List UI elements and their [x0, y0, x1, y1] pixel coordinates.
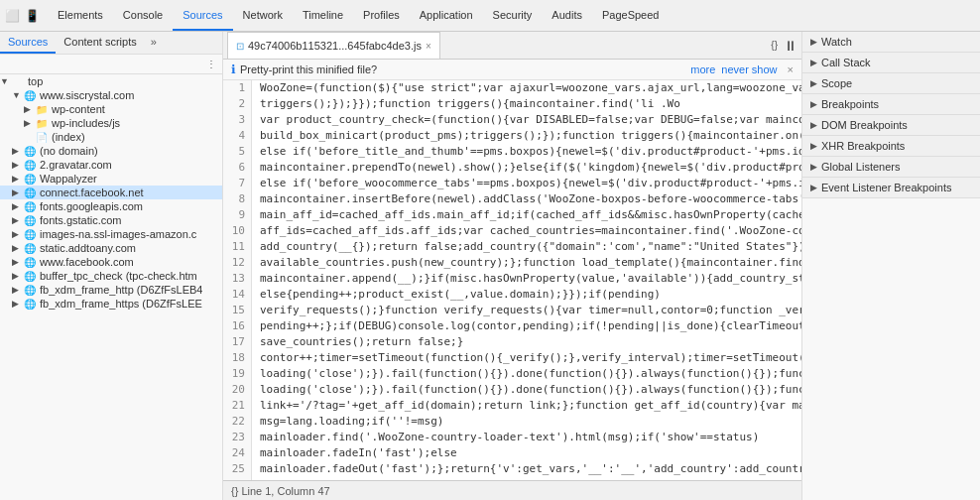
right-section-scope: ▶Scope	[802, 73, 980, 94]
right-section-header-watch[interactable]: ▶Watch	[802, 32, 980, 52]
sidebar-menu-button[interactable]: ⋮	[204, 57, 218, 71]
code-line-17[interactable]: save_countries();return false;}	[252, 334, 801, 350]
notice-never-link[interactable]: never show	[721, 63, 777, 75]
code-line-24[interactable]: mainloader.fadeIn('fast');else	[252, 445, 801, 461]
code-line-13[interactable]: maincontainer.append(__);}if(misc.hasOwn…	[252, 271, 801, 287]
code-lines[interactable]: WooZone=(function($){"use strict";var aj…	[252, 80, 801, 480]
code-line-4[interactable]: build_box_minicart(product_pms);triggers…	[252, 128, 801, 144]
right-section-arrow-dom-breakpoints: ▶	[810, 120, 817, 130]
right-section-arrow-call-stack: ▶	[810, 58, 817, 67]
right-section-header-scope[interactable]: ▶Scope	[802, 73, 980, 93]
notice-more-link[interactable]: more	[690, 63, 715, 75]
tab-pagespeed[interactable]: PageSpeed	[592, 0, 670, 31]
line-number-10: 10	[223, 223, 251, 239]
sidebar-tab-content-scripts[interactable]: Content scripts	[56, 32, 144, 54]
tab-elements[interactable]: Elements	[48, 0, 113, 31]
code-line-25[interactable]: mainloader.fadeOut('fast');};return{'v':…	[252, 461, 801, 477]
right-section-header-breakpoints[interactable]: ▶Breakpoints	[802, 94, 980, 114]
tree-item-buffer-tpc[interactable]: ▶🌐buffer_tpc_check (tpc-check.htm	[0, 269, 222, 283]
code-line-22[interactable]: msg=lang.loading;if(''!=msg)	[252, 414, 801, 430]
right-section-header-call-stack[interactable]: ▶Call Stack	[802, 53, 980, 72]
right-section-label-global-listeners: Global Listeners	[821, 161, 901, 173]
line-number-9: 9	[223, 207, 251, 223]
tab-network[interactable]: Network	[233, 0, 293, 31]
code-line-11[interactable]: add_country(__{});return false;add_count…	[252, 239, 801, 255]
tree-item-top[interactable]: ▼top	[0, 74, 222, 88]
code-line-8[interactable]: maincontainer.insertBefore(newel).addCla…	[252, 191, 801, 207]
minified-notice: ℹ Pretty-print this minified file? more …	[223, 60, 801, 80]
tab-security[interactable]: Security	[483, 0, 543, 31]
code-line-2[interactable]: triggers();});}});function triggers(){ma…	[252, 96, 801, 112]
code-line-21[interactable]: link+='/?tag='+get_aff_id(domain);return…	[252, 398, 801, 414]
tree-label-gravatar: 2.gravatar.com	[40, 159, 112, 171]
tree-item-fb-xdm-http[interactable]: ▶🌐fb_xdm_frame_http (D6ZfFsLEB4	[0, 283, 222, 297]
code-line-14[interactable]: else{pending++;product_exist(__,value.do…	[252, 287, 801, 303]
line-number-16: 16	[223, 318, 251, 334]
code-line-3[interactable]: var product_country_check=(function(){va…	[252, 112, 801, 128]
right-section-header-event-listeners[interactable]: ▶Event Listener Breakpoints	[802, 178, 980, 197]
pretty-print-icon[interactable]: {}	[769, 38, 780, 53]
line-number-23: 23	[223, 430, 251, 445]
right-section-header-xhr-breakpoints[interactable]: ▶XHR Breakpoints	[802, 136, 980, 156]
source-file-tab[interactable]: ⊡ 49c74006b115321...645fabc4de3.js ×	[227, 32, 440, 59]
tree-item-addtoany[interactable]: ▶🌐static.addtoany.com	[0, 241, 222, 255]
code-line-1[interactable]: WooZone=(function($){"use strict";var aj…	[252, 80, 801, 96]
tree-item-gravatar[interactable]: ▶🌐2.gravatar.com	[0, 158, 222, 172]
tab-application[interactable]: Application	[410, 0, 483, 31]
tree-item-fb-xdm-https[interactable]: ▶🌐fb_xdm_frame_https (D6ZfFsLEE	[0, 297, 222, 311]
notice-close-button[interactable]: ×	[788, 63, 794, 75]
inspect-icon[interactable]: ⬜	[4, 8, 20, 24]
tab-audits[interactable]: Audits	[542, 0, 592, 31]
tree-arrow-wappalyzer: ▶	[12, 174, 24, 184]
tab-console[interactable]: Console	[113, 0, 173, 31]
tree-item-fonts-gstatic[interactable]: ▶🌐fonts.gstatic.com	[0, 213, 222, 227]
line-number-1: 1	[223, 80, 251, 96]
code-line-23[interactable]: mainloader.find('.WooZone-country-loader…	[252, 430, 801, 445]
code-line-12[interactable]: available_countries.push(new_country);};…	[252, 255, 801, 271]
pause-icon[interactable]: ⏸	[784, 38, 797, 54]
tree-item-wp-content[interactable]: ▶📁wp-content	[0, 102, 222, 116]
code-line-16[interactable]: pending++;};if(DEBUG)console.log(contor,…	[252, 318, 801, 334]
right-section-xhr-breakpoints: ▶XHR Breakpoints	[802, 136, 980, 157]
tree-item-wappalyzer[interactable]: ▶🌐Wappalyzer	[0, 172, 222, 186]
tab-profiles[interactable]: Profiles	[353, 0, 410, 31]
tree-arrow-wp-content: ▶	[24, 104, 36, 114]
tree-label-wappalyzer: Wappalyzer	[40, 173, 97, 185]
tree-item-connect-facebook[interactable]: ▶🌐connect.facebook.net	[0, 186, 222, 199]
right-section-header-dom-breakpoints[interactable]: ▶DOM Breakpoints	[802, 115, 980, 135]
tree-label-no-domain: (no domain)	[40, 145, 98, 157]
tree-item-index[interactable]: 📄(index)	[0, 130, 222, 144]
right-section-label-call-stack: Call Stack	[821, 57, 871, 68]
sidebar: SourcesContent scripts» ⋮ ▼top▼🌐www.sisc…	[0, 32, 223, 500]
right-section-header-global-listeners[interactable]: ▶Global Listeners	[802, 157, 980, 177]
tab-timeline[interactable]: Timeline	[293, 0, 353, 31]
tree-item-no-domain[interactable]: ▶🌐(no domain)	[0, 144, 222, 158]
tree-item-images-amazon[interactable]: ▶🌐images-na.ssl-images-amazon.c	[0, 227, 222, 241]
device-icon[interactable]: 📱	[24, 8, 40, 24]
line-number-12: 12	[223, 255, 251, 271]
line-number-3: 3	[223, 112, 251, 128]
tree-item-fonts-googleapis[interactable]: ▶🌐fonts.googleapis.com	[0, 199, 222, 213]
code-line-5[interactable]: else if('before_title_and_thumb'==pms.bo…	[252, 144, 801, 160]
tree-icon-fb-xdm-https: 🌐	[24, 299, 38, 310]
tree-item-siscrystal[interactable]: ▼🌐www.siscrystal.com	[0, 88, 222, 102]
tree-label-fonts-googleapis: fonts.googleapis.com	[40, 200, 143, 212]
code-line-15[interactable]: verify_requests();}function verify_reque…	[252, 303, 801, 318]
code-line-20[interactable]: loading('close');}).fail(function(){}).d…	[252, 382, 801, 398]
code-line-6[interactable]: maincontainer.prependTo(newel).show();}e…	[252, 160, 801, 176]
code-line-9[interactable]: main_aff_id=cached_aff_ids.main_aff_id;i…	[252, 207, 801, 223]
source-file-tab-close[interactable]: ×	[426, 41, 431, 52]
tab-nav: ElementsConsoleSourcesNetworkTimelinePro…	[48, 0, 669, 31]
tree-item-facebook[interactable]: ▶🌐www.facebook.com	[0, 255, 222, 269]
tab-sources[interactable]: Sources	[173, 0, 232, 31]
code-line-10[interactable]: aff_ids=cached_aff_ids.aff_ids;var cache…	[252, 223, 801, 239]
tree-item-wp-includes-js[interactable]: ▶📁wp-includes/js	[0, 116, 222, 130]
code-line-18[interactable]: contor++;timer=setTimeout(function(){_ve…	[252, 350, 801, 366]
tree-arrow-addtoany: ▶	[12, 243, 24, 253]
sidebar-actions: ⋮	[0, 55, 222, 74]
sidebar-tab-sources[interactable]: Sources	[0, 32, 56, 54]
code-line-7[interactable]: else if('before_woocommerce_tabs'==pms.b…	[252, 176, 801, 191]
sidebar-tab-more[interactable]: »	[145, 32, 163, 54]
code-line-19[interactable]: loading('close');}).fail(function(){}).d…	[252, 366, 801, 382]
code-container[interactable]: 1234567891011121314151617181920212223242…	[223, 80, 801, 480]
